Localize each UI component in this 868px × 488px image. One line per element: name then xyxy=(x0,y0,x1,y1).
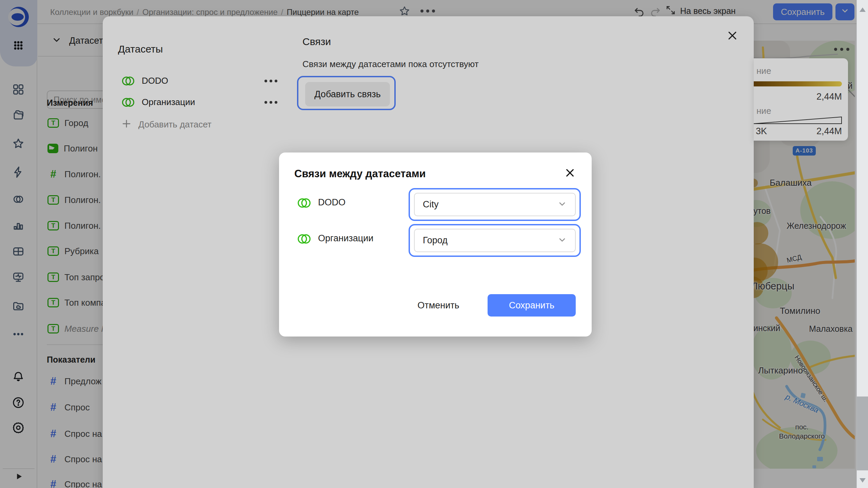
chevron-down-icon xyxy=(557,235,567,246)
save-link-button[interactable]: Сохранить xyxy=(488,294,576,317)
modal-close-icon[interactable] xyxy=(565,167,575,179)
field-select-focus-ring: City xyxy=(409,188,581,221)
field-select-value: Город xyxy=(423,235,557,246)
field-select-value: City xyxy=(423,199,557,210)
field-select-focus-ring: Город xyxy=(409,224,581,257)
cancel-button[interactable]: Отменить xyxy=(408,294,469,317)
scrollbar-up-icon[interactable] xyxy=(860,7,866,12)
field-select[interactable]: City xyxy=(414,193,576,216)
modal-title: Связи между датасетами xyxy=(294,168,426,180)
modal-dataset-row: Организации xyxy=(297,233,373,244)
page-scrollbar[interactable] xyxy=(856,0,868,488)
chevron-down-icon xyxy=(557,199,567,210)
field-select[interactable]: Город xyxy=(414,229,576,252)
modal-dataset-row: DODO xyxy=(297,197,346,208)
dataset-icon xyxy=(297,198,311,207)
scrollbar-thumb[interactable] xyxy=(857,0,868,396)
app-root: Коллекции и воркбуки / Организации: спро… xyxy=(0,0,868,488)
modal-dataset-name: DODO xyxy=(318,197,346,208)
scrollbar-down-icon[interactable] xyxy=(860,478,866,483)
dataset-icon xyxy=(297,234,311,243)
modal-dataset-name: Организации xyxy=(318,233,373,244)
